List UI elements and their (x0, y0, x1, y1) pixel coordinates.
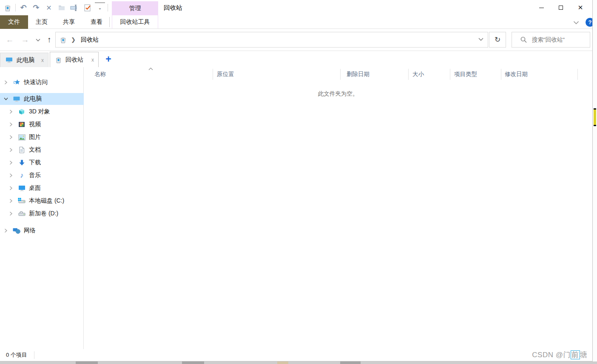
sidebar-item-quick-access[interactable]: 快速访问 (0, 76, 84, 88)
ribbon-context-group[interactable]: 管理 (112, 1, 158, 15)
sidebar-item-drive-c[interactable]: 本地磁盘 (C:) (0, 195, 84, 207)
column-divider[interactable] (408, 69, 409, 80)
new-folder-icon[interactable] (57, 3, 67, 13)
refresh-icon[interactable]: ↻ (489, 32, 506, 48)
explorer-tab-this-pc[interactable]: 此电脑 x (0, 53, 48, 67)
network-icon (13, 227, 20, 234)
sidebar-item-drive-d[interactable]: 新加卷 (D:) (0, 208, 84, 220)
minimize-button[interactable] (532, 0, 551, 15)
navigation-pane: 快速访问 此电脑 3D 对象 视频 图片 文档 (0, 67, 84, 349)
chevron-right-icon[interactable] (9, 161, 14, 165)
column-header-date-deleted[interactable]: 删除日期 (347, 68, 370, 81)
maximize-button[interactable] (551, 0, 571, 15)
quick-access-toolbar: ↶ ↷ ✕ ⌄ (3, 0, 108, 15)
chevron-right-icon[interactable] (9, 199, 14, 203)
close-tab-icon[interactable]: x (91, 57, 94, 63)
column-divider[interactable] (501, 69, 501, 80)
tab-label: 回收站 (65, 56, 83, 64)
tab-view[interactable]: 查看 (83, 15, 110, 29)
file-list-pane: 名称 原位置 删除日期 大小 项目类型 修改日期 此文件夹为空。 (84, 67, 592, 349)
chevron-right-icon[interactable] (3, 80, 9, 85)
pictures-icon (18, 134, 26, 141)
address-bar[interactable]: ❯ 回收站 (55, 32, 488, 48)
forward-icon[interactable]: → (19, 32, 31, 48)
toolbar-divider (15, 4, 16, 11)
column-header-item-type[interactable]: 项目类型 (454, 68, 477, 81)
chevron-right-icon[interactable] (9, 148, 14, 152)
back-icon[interactable]: ← (3, 32, 16, 48)
column-header-date-modified[interactable]: 修改日期 (505, 68, 528, 81)
close-icon: ✕ (578, 4, 583, 11)
chevron-right-icon[interactable] (3, 229, 9, 233)
column-divider[interactable] (340, 69, 341, 80)
sidebar-item-this-pc[interactable]: 此电脑 (0, 93, 84, 105)
delete-icon[interactable]: ✕ (44, 3, 54, 13)
customize-qat-dropdown-icon[interactable]: ⌄ (95, 3, 105, 13)
tab-share[interactable]: 共享 (55, 15, 82, 29)
sidebar-item-documents[interactable]: 文档 (0, 144, 84, 156)
videos-icon (18, 121, 26, 128)
column-divider[interactable] (577, 69, 578, 80)
sidebar-item-videos[interactable]: 视频 (0, 119, 84, 130)
chevron-right-icon[interactable] (9, 110, 14, 114)
ribbon-tab-row: 文件 主页 共享 查看 回收站工具 ? (0, 15, 592, 29)
desktop-icon-sliver (340, 361, 361, 364)
window-controls: ✕ (532, 0, 590, 15)
breadcrumb[interactable]: 回收站 (81, 36, 99, 44)
close-button[interactable]: ✕ (571, 0, 590, 15)
item-count: 0 个项目 (6, 349, 27, 361)
sidebar-item-pictures[interactable]: 图片 (0, 131, 84, 143)
chevron-right-icon[interactable] (9, 173, 14, 178)
ribbon-divider (109, 17, 110, 27)
explorer-tab-recycle-bin[interactable]: 回收站 x (50, 52, 99, 67)
new-tab-button[interactable]: + (103, 54, 114, 65)
quick-access-icon (13, 79, 20, 86)
explorer-window: ↶ ↷ ✕ ⌄ 管理 回收站 ✕ 文件 主页 共享 查看 (0, 0, 597, 364)
collapse-ribbon-icon[interactable] (573, 19, 579, 26)
chevron-right-icon[interactable] (9, 135, 14, 139)
title-bar: ↶ ↷ ✕ ⌄ 管理 回收站 ✕ (0, 0, 592, 15)
sidebar-item-network[interactable]: 网络 (0, 225, 84, 237)
sidebar-item-desktop[interactable]: 桌面 (0, 182, 84, 194)
chevron-right-icon[interactable] (9, 212, 14, 216)
recent-locations-dropdown-icon[interactable] (33, 32, 43, 48)
watermark-text: CSDN @门 (532, 351, 571, 359)
chevron-down-icon[interactable] (3, 97, 9, 101)
tab-home[interactable]: 主页 (28, 15, 55, 29)
drive-c-icon (18, 198, 26, 204)
rename-icon[interactable] (69, 3, 80, 13)
desktop-bottom-strip (0, 361, 597, 364)
chevron-right-icon[interactable] (9, 186, 14, 190)
recycle-bin-location-icon (60, 37, 66, 43)
sidebar-item-downloads[interactable]: 下载 (0, 157, 84, 169)
maximize-icon (559, 6, 563, 10)
sort-ascending-icon (148, 65, 153, 72)
search-box[interactable] (512, 32, 590, 48)
column-divider[interactable] (450, 69, 450, 80)
sidebar-item-music[interactable]: ♪ 音乐 (0, 169, 84, 181)
downloads-icon (18, 160, 26, 166)
column-header-original-location[interactable]: 原位置 (217, 68, 234, 81)
window-title: 回收站 (164, 0, 182, 15)
this-pc-icon (13, 96, 20, 102)
address-dropdown-icon[interactable] (478, 37, 483, 42)
desktop-icon (18, 185, 26, 191)
breadcrumb-chevron-icon[interactable]: ❯ (71, 37, 76, 43)
column-header-name[interactable]: 名称 (94, 68, 106, 81)
watermark: CSDN @门前塘 (532, 350, 587, 360)
properties-icon[interactable] (82, 3, 92, 13)
tab-file[interactable]: 文件 (0, 15, 28, 29)
up-icon[interactable]: ↑ (43, 32, 55, 48)
undo-icon[interactable]: ↶ (18, 3, 28, 13)
tab-label: 此电脑 (17, 56, 34, 64)
tab-recycle-bin-tools[interactable]: 回收站工具 (112, 15, 158, 28)
edge-marker (594, 108, 596, 126)
close-tab-icon[interactable]: x (41, 57, 44, 63)
chevron-right-icon[interactable] (9, 122, 14, 127)
sidebar-item-3d-objects[interactable]: 3D 对象 (0, 106, 84, 118)
column-header-size[interactable]: 大小 (412, 68, 424, 81)
search-input[interactable] (532, 37, 587, 43)
column-divider[interactable] (213, 69, 213, 80)
desktop-icon-sliver (277, 361, 288, 364)
redo-icon[interactable]: ↷ (31, 3, 41, 13)
